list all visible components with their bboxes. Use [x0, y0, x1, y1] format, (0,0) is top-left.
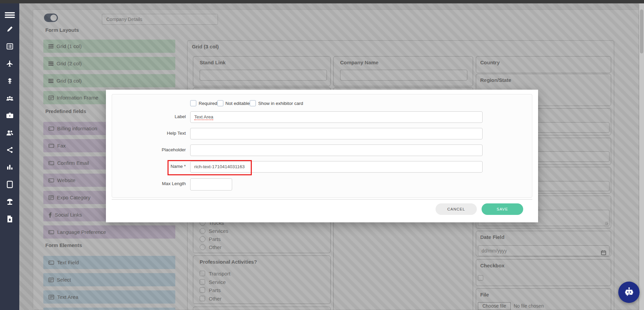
scrollbar-thumb[interactable] [640, 9, 643, 53]
required-checkbox[interactable] [190, 100, 196, 106]
handshake-icon[interactable] [0, 75, 19, 87]
top-bar [0, 0, 644, 3]
help-text-input[interactable] [190, 128, 483, 139]
stats-icon[interactable] [0, 161, 19, 173]
modal-divider [112, 199, 532, 200]
required-label: Required [199, 101, 217, 106]
briefcase-icon[interactable] [0, 109, 19, 121]
file-export-icon[interactable] [0, 213, 19, 225]
chatbot-button[interactable] [618, 282, 640, 303]
form-list-icon[interactable] [0, 40, 19, 52]
placeholder-input[interactable] [190, 145, 483, 156]
cancel-button[interactable]: CANCEL [436, 203, 477, 215]
max-length-row-label: Max Length [118, 181, 186, 186]
plane-icon[interactable] [0, 58, 19, 70]
label-input[interactable]: Text Area [190, 111, 483, 123]
name-row-label: Name * [118, 164, 186, 169]
nav-sidebar [0, 3, 19, 310]
label-row-label: Label [118, 114, 186, 119]
show-in-exhibitor-card-checkbox[interactable] [250, 100, 256, 106]
hamburger-menu-icon[interactable] [0, 9, 19, 21]
max-length-input[interactable] [190, 178, 232, 191]
show-in-exhibitor-card-label: Show in exhibitor card [258, 101, 303, 106]
scrollbar[interactable] [639, 3, 644, 310]
tablet-icon[interactable] [0, 178, 19, 191]
help-text-row-label: Help Text [118, 131, 186, 136]
not-editable-label: Not editable [225, 101, 250, 106]
robot-icon [622, 286, 636, 299]
pencil-icon[interactable] [0, 23, 19, 35]
placeholder-row-label: Placeholder [118, 147, 186, 152]
visitors-icon[interactable] [0, 127, 19, 139]
name-input[interactable]: rich-text-1710414031163 [190, 161, 483, 173]
not-editable-checkbox[interactable] [217, 100, 223, 106]
save-button[interactable]: SAVE [482, 203, 523, 215]
share-icon[interactable] [0, 144, 19, 156]
name-input-value: rich-text-1710414031163 [194, 164, 245, 169]
expo-booth-icon[interactable] [0, 196, 19, 208]
app-root: Company Details Form Layouts Predefined … [0, 0, 644, 310]
audience-icon[interactable] [0, 92, 19, 104]
label-input-value: Text Area [194, 114, 213, 120]
field-settings-modal: Required Not editable Show in exhibitor … [106, 90, 538, 222]
